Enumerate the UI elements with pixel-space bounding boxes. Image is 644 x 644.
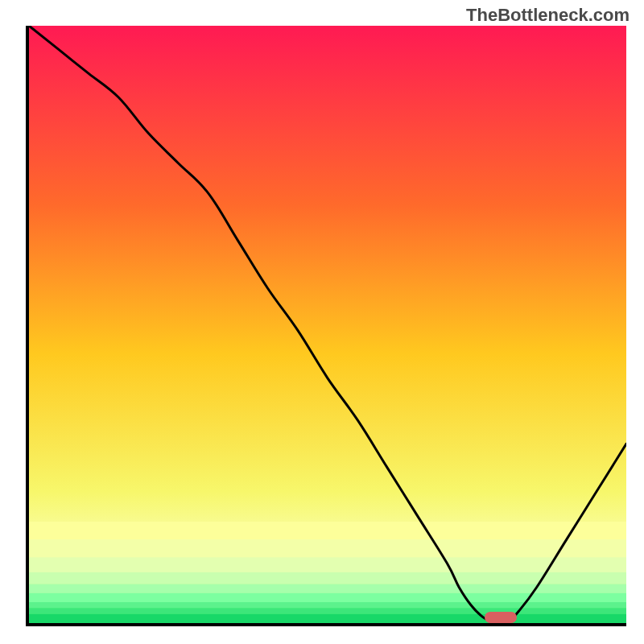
watermark-text: TheBottleneck.com: [466, 5, 630, 26]
chart-container: TheBottleneck.com: [0, 0, 644, 644]
bottleneck-curve: [29, 26, 626, 623]
optimal-marker: [485, 612, 517, 623]
plot-area: [26, 26, 626, 626]
